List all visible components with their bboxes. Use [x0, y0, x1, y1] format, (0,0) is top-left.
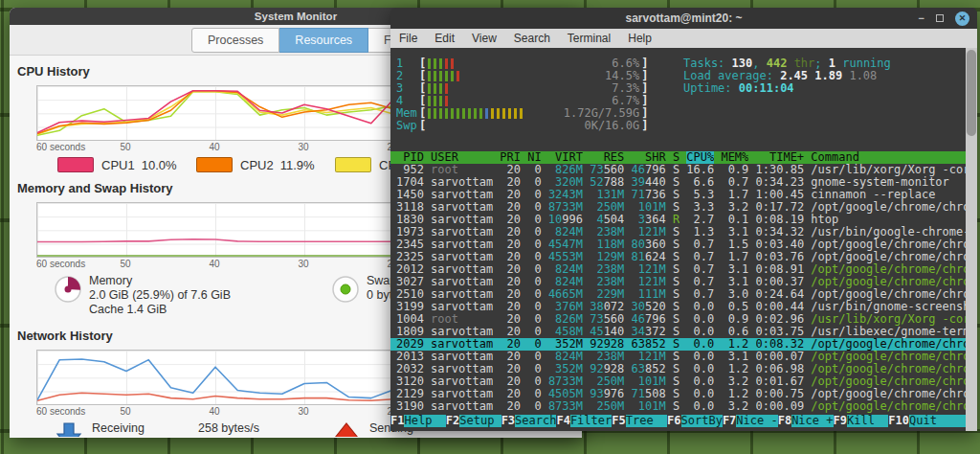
info-segment: ,: [752, 57, 766, 70]
cell-ni: 0: [527, 276, 541, 288]
process-row[interactable]: 1809sarvottam200458M4514034372S0.00.60:0…: [390, 326, 966, 338]
column-header-cpu[interactable]: CPU%: [686, 151, 714, 164]
meter-bar-segment: [445, 71, 448, 81]
tab-processes[interactable]: Processes: [191, 28, 279, 53]
process-row[interactable]: 2325sarvottam2004553M129M81624S0.71.70:0…: [390, 251, 966, 263]
scrollbar-thumb[interactable]: [967, 50, 976, 136]
process-row[interactable]: 2013sarvottam200824M238M121MS0.03.10:00.…: [390, 351, 966, 363]
meter-bar-segment: [451, 58, 454, 69]
column-header-time[interactable]: TIME+: [756, 151, 805, 164]
cell-pri: 20: [500, 263, 521, 276]
column-header-pri[interactable]: PRI: [500, 151, 521, 164]
cell-mem: 1.7: [721, 251, 748, 263]
fkey-nice--[interactable]: F7Nice -: [723, 415, 778, 427]
column-header-cmd[interactable]: Command: [811, 151, 966, 164]
menu-item-view[interactable]: View: [463, 32, 505, 45]
cell-res: 45140: [590, 326, 624, 338]
process-row[interactable]: 952root200826M7356046796S16.60.91:30.85/…: [390, 164, 966, 176]
mem-value: 118M: [596, 238, 624, 251]
cell-mem: 0.5: [721, 301, 748, 313]
menu-item-terminal[interactable]: Terminal: [559, 32, 619, 45]
process-row[interactable]: 3120sarvottam2008733M250M101MS0.03.20:01…: [390, 375, 966, 388]
menu-item-file[interactable]: File: [390, 32, 426, 45]
process-row[interactable]: 2029sarvottam200352M9292863852S0.01.20:0…: [390, 338, 966, 351]
cell-ni: 0: [527, 201, 541, 214]
column-header-s[interactable]: S: [673, 151, 679, 164]
mem-value: 3243M: [548, 189, 583, 201]
process-row[interactable]: 1973sarvottam200824M238M121MS1.33.10:34.…: [390, 226, 966, 238]
memory-usage: 2.0 GiB (25.9%) of 7.6 GiB: [89, 288, 231, 303]
cell-res: 229M: [590, 288, 624, 301]
htop-screen: 1[6.6%]2[14.5%]3[7.3%]4[6.7%]Mem[1.72G/7…: [390, 48, 977, 431]
meter-bar-segment: [497, 108, 500, 119]
fkey-setup[interactable]: F2Setup: [446, 415, 501, 427]
meter-bar-segment: [479, 108, 482, 119]
cell-ni: 0: [527, 400, 541, 413]
cell-cmd: /usr/bin/gnome-screenshot --gapp: [811, 301, 966, 313]
process-row[interactable]: 3190sarvottam2008733M250M101MS0.03.20:00…: [390, 400, 966, 413]
column-header-user[interactable]: USER: [431, 151, 493, 164]
close-button[interactable]: ✕: [955, 11, 969, 26]
cell-ni: 0: [527, 375, 541, 388]
fkey-sortby[interactable]: F6SortBy: [667, 415, 723, 427]
process-row[interactable]: 2510sarvottam2004665M229M111MS0.73.00:24…: [390, 288, 966, 301]
menu-item-edit[interactable]: Edit: [426, 32, 463, 45]
fkey-number: F5: [612, 415, 625, 427]
cell-res: 238M: [590, 263, 624, 276]
cell-time: 0:00.07: [756, 351, 805, 363]
process-row[interactable]: 2345sarvottam2004547M118M80360S0.71.50:0…: [390, 238, 966, 251]
column-header-shr[interactable]: SHR: [632, 151, 666, 164]
fkey-filter[interactable]: F4Filter: [556, 415, 612, 427]
tab-resources[interactable]: Resources: [279, 28, 368, 53]
minimize-button[interactable]: −: [919, 13, 924, 24]
memory-label: Memory: [89, 274, 231, 288]
process-row[interactable]: 2129sarvottam2004505M9397671508S0.01.20:…: [390, 388, 966, 400]
process-row[interactable]: 1450sarvottam2003243M131M71736S5.31.71:0…: [390, 189, 966, 201]
column-header-virt[interactable]: VIRT: [548, 151, 583, 164]
terminal-titlebar[interactable]: sarvottam@mint20: ~ − ✕: [390, 8, 977, 29]
fkey-nice-+[interactable]: F8Nice +: [778, 415, 834, 427]
process-row[interactable]: 1704sarvottam200320M5278839440S6.60.70:3…: [390, 176, 966, 189]
column-header-ni[interactable]: NI: [527, 151, 541, 164]
mem-value-low: 372: [645, 326, 666, 338]
mem-value-low: 788: [604, 176, 625, 189]
mem-value-high: 45: [590, 326, 603, 338]
process-row[interactable]: 3118sarvottam2008733M250M101MS3.33.20:17…: [390, 201, 966, 214]
fkey-help[interactable]: F1Help: [390, 415, 446, 427]
restore-button[interactable]: [936, 14, 944, 22]
meter-bar-segment: [434, 108, 436, 119]
mem-value: 4553M: [548, 251, 583, 263]
cell-res: 52788: [590, 176, 624, 189]
cell-cmd: /opt/google/chrome/chrome --type: [811, 251, 966, 263]
process-row[interactable]: 1830sarvottam2001099645043364R2.70.10:08…: [390, 214, 966, 226]
cell-ni: 0: [527, 351, 541, 363]
cell-mem: 0.9: [721, 164, 748, 176]
process-row[interactable]: 2012sarvottam200824M238M121MS0.73.10:08.…: [390, 263, 966, 276]
fkey-search[interactable]: F3Search: [501, 415, 557, 427]
meter-bar-segment: [485, 108, 488, 119]
cell-shr: 101M: [632, 400, 666, 413]
cell-cmd: cinnamon --replace: [811, 189, 966, 201]
process-row[interactable]: 3199sarvottam200376M3807230520S0.00.50:0…: [390, 301, 966, 313]
column-header-pid[interactable]: PID: [396, 151, 424, 164]
mem-value-high: 46: [632, 164, 645, 176]
fkey-tree[interactable]: F5Tree: [612, 415, 667, 427]
fkey-kill[interactable]: F9Kill: [834, 415, 889, 427]
mem-value: 320M: [555, 176, 583, 189]
fkey-quit[interactable]: F10Quit: [888, 415, 950, 427]
cell-pid: 3118: [396, 201, 424, 214]
cell-mem: 1.7: [721, 189, 748, 201]
process-row[interactable]: 3027sarvottam200824M238M121MS0.73.10:00.…: [390, 276, 966, 288]
column-header-res[interactable]: RES: [590, 151, 624, 164]
process-row[interactable]: 2032sarvottam200352M9292863852S0.01.20:0…: [390, 363, 966, 375]
terminal-scrollbar[interactable]: [966, 48, 977, 431]
axis-tick: 30: [298, 406, 308, 417]
menu-item-help[interactable]: Help: [619, 32, 660, 45]
menu-item-search[interactable]: Search: [505, 32, 559, 45]
info-segment: 1: [829, 57, 835, 70]
process-row[interactable]: 1004root200826M7356046796S0.00.90:02.96/…: [390, 313, 966, 326]
mem-value: 824M: [555, 226, 583, 238]
cell-s: S: [673, 164, 679, 176]
receiving-legend-item: Receiving 258 bytes/s Total Received 10.…: [56, 421, 259, 437]
column-header-mem[interactable]: MEM%: [721, 151, 748, 164]
